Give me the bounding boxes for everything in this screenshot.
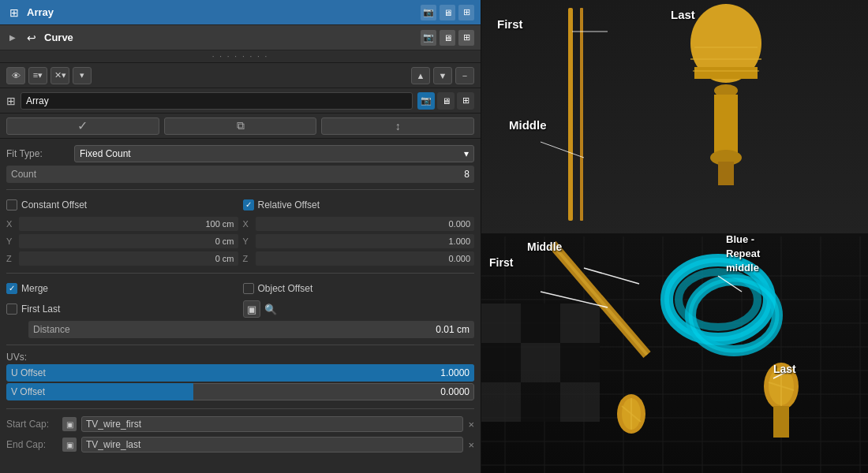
svg-rect-23: [481, 304, 521, 343]
start-cap-name[interactable]: TV_wire_first: [81, 416, 463, 432]
svg-rect-33: [580, 8, 583, 221]
svg-rect-26: [481, 343, 521, 382]
first-last-checkbox[interactable]: [6, 304, 17, 315]
svg-rect-24: [521, 304, 560, 343]
object-offset-section: Object Offset: [243, 280, 475, 297]
array-header-icon-group: 📷 🖥 ⊞: [417, 92, 474, 110]
label-first-top: First: [497, 17, 523, 31]
curve-camera-btn[interactable]: 📷: [421, 30, 436, 46]
end-cap-row: End Cap: ▣ TV_wire_last ×: [6, 436, 474, 453]
array-name-header: ⊞ 📷 🖥 ⊞: [0, 88, 481, 114]
constant-y-label: Y: [6, 236, 16, 246]
end-cap-label: End Cap:: [6, 439, 58, 450]
object-slot-picker[interactable]: ▣: [243, 300, 260, 318]
viewport[interactable]: First Last Middle First Middle Blue -Rep…: [481, 0, 868, 473]
constant-y-row: Y 0 cm: [6, 233, 238, 249]
v-offset-row[interactable]: V Offset 0.0000: [6, 383, 474, 400]
svg-rect-58: [773, 406, 789, 438]
relative-x-value[interactable]: 0.000: [256, 217, 475, 231]
relative-z-value[interactable]: 0.000: [256, 251, 475, 266]
eyedropper-btn[interactable]: 🔍: [264, 302, 278, 316]
move-down-btn[interactable]: ▼: [433, 67, 452, 84]
array-camera-btn[interactable]: 📷: [421, 5, 436, 20]
label-blue-repeat: Blue -Repeatmiddle: [726, 233, 760, 276]
v-offset-value: 0.0000: [440, 386, 470, 397]
svg-rect-30: [521, 382, 560, 422]
object-offset-checkbox-row[interactable]: Object Offset: [243, 280, 475, 297]
constant-x-label: X: [6, 219, 16, 229]
relative-offset-checkbox[interactable]: [243, 199, 254, 210]
v-row-inner: V Offset 0.0000: [6, 386, 474, 397]
move-btn[interactable]: ↕: [321, 117, 474, 135]
svg-rect-29: [481, 382, 521, 422]
array-cam-btn[interactable]: 📷: [417, 92, 435, 110]
constant-z-value[interactable]: 0 cm: [19, 251, 238, 266]
first-last-checkbox-row[interactable]: First Last: [6, 300, 238, 318]
move-up-btn[interactable]: ▲: [411, 67, 430, 84]
relative-x-row: X 0.000: [243, 216, 475, 232]
relative-offset-checkbox-row[interactable]: Relative Offset: [243, 196, 475, 214]
properties-panel: Fit Type: Fixed Count ▾ Count 8 Constant…: [0, 139, 481, 473]
start-cap-label: Start Cap:: [6, 419, 58, 430]
end-cap-icon: ▣: [62, 438, 77, 452]
distance-row: Distance 0.01 cm: [6, 321, 474, 338]
distance-value-row[interactable]: Distance 0.01 cm: [28, 321, 474, 338]
divider-3: [6, 345, 474, 345]
copy-btn[interactable]: ⧉: [164, 117, 317, 135]
relative-x-label: X: [243, 219, 253, 229]
fit-type-dropdown[interactable]: Fixed Count ▾: [74, 145, 474, 162]
u-row-inner: U Offset 1.0000: [6, 367, 474, 378]
label-middle-top: Middle: [509, 118, 547, 132]
constant-offset-section: Constant Offset X 100 cm Y 0 cm Z 0 cm: [6, 196, 238, 266]
curve-grid-btn[interactable]: ⊞: [458, 30, 474, 46]
svg-rect-28: [560, 343, 600, 382]
array-name-input[interactable]: [21, 92, 413, 110]
array-grid2-btn[interactable]: ⊞: [457, 92, 474, 110]
start-cap-close-btn[interactable]: ×: [468, 419, 474, 430]
object-offset-label: Object Offset: [258, 283, 313, 294]
view-btn[interactable]: 👁: [6, 67, 25, 84]
relative-offset-section: Relative Offset X 0.000 Y 1.000 Z 0.000: [243, 196, 475, 266]
action-row: ✓ ⧉ ↕: [0, 114, 481, 139]
divider-1: [6, 189, 474, 190]
object-slot-icon: ▣: [247, 304, 256, 315]
merge-section: Merge: [6, 280, 238, 297]
fit-type-value: Fixed Count: [80, 148, 131, 159]
curve-mod-controls: 📷 🖥 ⊞: [421, 30, 474, 46]
svg-rect-35: [694, 67, 758, 79]
array-modifier-item[interactable]: ⊞ Array 📷 🖥 ⊞: [0, 0, 481, 25]
start-cap-icon: ▣: [62, 417, 77, 431]
array-monitor-btn[interactable]: 🖥: [440, 5, 455, 20]
array-mon-btn[interactable]: 🖥: [437, 92, 455, 110]
drag-handle: · · · · · · · ·: [0, 50, 481, 63]
object-slot-section: ▣ 🔍: [243, 300, 475, 318]
constant-x-value[interactable]: 100 cm: [19, 217, 238, 231]
array-mod-controls: 📷 🖥 ⊞: [421, 5, 474, 20]
svg-rect-32: [568, 8, 573, 221]
svg-rect-31: [560, 382, 600, 422]
merge-checkbox[interactable]: [6, 283, 17, 294]
curve-monitor-btn[interactable]: 🖥: [440, 30, 455, 46]
array-grid-btn[interactable]: ⊞: [458, 5, 474, 20]
dots-icon: · · · · · · · ·: [212, 52, 269, 61]
apply-btn[interactable]: ✓: [6, 117, 159, 135]
filter-btn[interactable]: ≡▾: [28, 67, 47, 84]
merge-label: Merge: [21, 283, 48, 294]
merge-checkbox-row[interactable]: Merge: [6, 280, 238, 297]
object-offset-checkbox[interactable]: [243, 283, 254, 294]
dropdown-btn[interactable]: ▾: [73, 67, 92, 84]
constant-y-value[interactable]: 0 cm: [19, 234, 238, 248]
curve-modifier-item[interactable]: ▶ ↩ Curve 📷 🖥 ⊞: [0, 25, 481, 50]
end-cap-name[interactable]: TV_wire_last: [81, 437, 463, 453]
constant-offset-label: Constant Offset: [21, 199, 87, 210]
label-last-bottom: Last: [773, 363, 796, 375]
remove-btn[interactable]: −: [455, 67, 474, 84]
u-offset-label: U Offset: [11, 367, 46, 378]
count-row[interactable]: Count 8: [6, 166, 474, 183]
end-cap-close-btn[interactable]: ×: [468, 439, 474, 451]
relative-y-value[interactable]: 1.000: [256, 234, 475, 248]
filter2-btn[interactable]: ✕▾: [51, 67, 69, 84]
u-offset-row[interactable]: U Offset 1.0000: [6, 364, 474, 382]
constant-offset-checkbox[interactable]: [6, 199, 17, 210]
constant-offset-checkbox-row[interactable]: Constant Offset: [6, 196, 238, 214]
